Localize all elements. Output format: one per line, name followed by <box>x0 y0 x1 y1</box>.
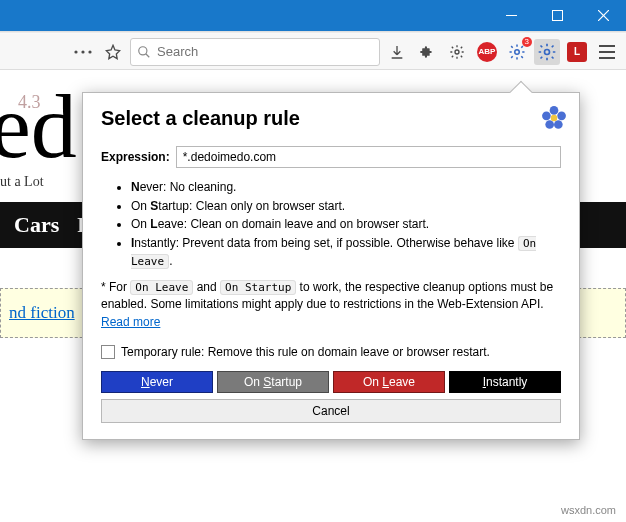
svg-point-7 <box>139 46 147 54</box>
on-leave-button[interactable]: On Leave <box>333 371 445 393</box>
svg-rect-1 <box>552 11 562 21</box>
svg-point-18 <box>545 120 554 129</box>
svg-point-19 <box>542 112 551 121</box>
svg-point-4 <box>74 50 77 53</box>
temporary-rule-label: Temporary rule: Remove this rule on doma… <box>121 345 490 359</box>
nav-item-cars[interactable]: Cars <box>14 212 59 238</box>
adblock-plus-icon[interactable]: ABP <box>474 39 500 65</box>
temporary-rule-checkbox[interactable] <box>101 345 115 359</box>
hamburger-menu-icon[interactable] <box>594 39 620 65</box>
maximize-button[interactable] <box>534 0 580 31</box>
svg-line-8 <box>146 53 150 57</box>
search-input[interactable] <box>157 44 373 59</box>
rule-instantly: Instantly: Prevent data from being set, … <box>131 234 561 271</box>
svg-point-6 <box>88 50 91 53</box>
rule-never: Never: No cleaning. <box>131 178 561 197</box>
rule-descriptions: Never: No cleaning. On Startup: Clean on… <box>131 178 561 271</box>
svg-point-5 <box>81 50 84 53</box>
notifications-icon[interactable]: 3 <box>504 39 530 65</box>
fiction-link[interactable]: nd fiction <box>9 303 75 322</box>
instantly-button[interactable]: Instantly <box>449 371 561 393</box>
extensions-icon[interactable] <box>414 39 440 65</box>
cleanup-rule-popup: Select a cleanup rule Expression: Never:… <box>82 92 580 440</box>
watermark: wsxdn.com <box>561 504 616 516</box>
popup-title: Select a cleanup rule <box>101 107 561 130</box>
settings-gear-icon[interactable] <box>444 39 470 65</box>
read-more-link[interactable]: Read more <box>101 315 160 329</box>
on-startup-button[interactable]: On Startup <box>217 371 329 393</box>
search-box[interactable] <box>130 38 380 66</box>
temporary-rule-row[interactable]: Temporary rule: Remove this rule on doma… <box>101 345 561 359</box>
never-button[interactable]: Never <box>101 371 213 393</box>
close-button[interactable] <box>580 0 626 31</box>
notification-badge: 3 <box>522 37 532 47</box>
search-icon <box>137 45 151 59</box>
forget-me-not-icon[interactable] <box>534 39 560 65</box>
svg-point-10 <box>515 49 520 54</box>
page-actions-icon[interactable] <box>70 39 96 65</box>
downloads-icon[interactable] <box>384 39 410 65</box>
forget-me-not-flower-icon <box>541 105 567 131</box>
browser-toolbar: ABP 3 L <box>0 34 626 70</box>
svg-point-20 <box>551 115 558 122</box>
svg-point-15 <box>550 106 559 115</box>
svg-point-9 <box>455 50 459 54</box>
popup-note: * For On Leave and On Startup to work, t… <box>101 279 561 331</box>
svg-point-11 <box>545 49 550 54</box>
lastpass-icon[interactable]: L <box>564 39 590 65</box>
expression-input[interactable] <box>176 146 561 168</box>
cancel-button[interactable]: Cancel <box>101 399 561 423</box>
svg-point-16 <box>557 112 566 121</box>
rule-leave: On Leave: Clean on domain leave and on b… <box>131 215 561 234</box>
minimize-button[interactable] <box>488 0 534 31</box>
rule-startup: On Startup: Clean only on browser start. <box>131 197 561 216</box>
rating-text: 4.3 <box>18 92 41 113</box>
window-titlebar <box>0 0 626 31</box>
expression-label: Expression: <box>101 150 170 164</box>
svg-point-17 <box>554 120 563 129</box>
rule-button-row: Never On Startup On Leave Instantly <box>101 371 561 393</box>
bookmark-star-icon[interactable] <box>100 39 126 65</box>
